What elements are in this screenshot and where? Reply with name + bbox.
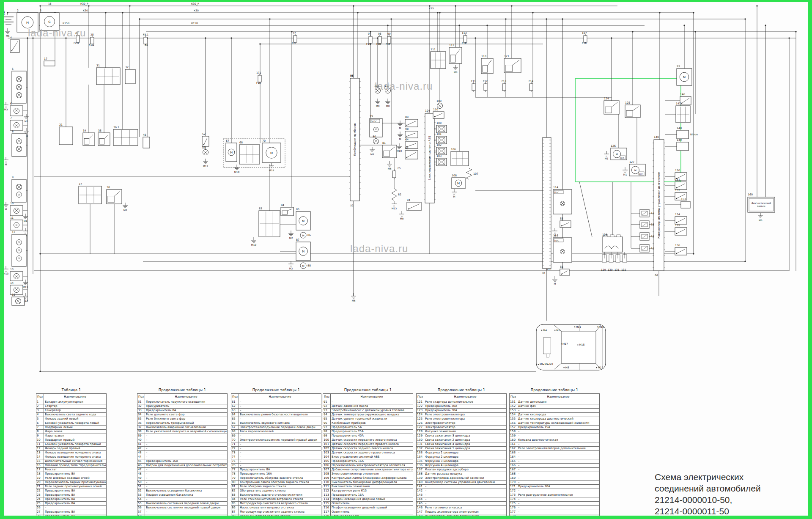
- component-156: 156: [665, 244, 687, 255]
- row-pos: 160: [510, 438, 517, 442]
- row-pos: 157: [510, 426, 517, 430]
- row-pos: 3: [36, 409, 44, 413]
- row-name: Реле электровентилятора: [424, 413, 507, 417]
- wire-label: 97: [368, 32, 371, 35]
- row-pos: 83: [231, 493, 239, 497]
- table-row: 47–: [137, 468, 228, 472]
- table-row: 135Форсунка 3 цилиндра: [417, 459, 507, 464]
- component-53: 53: [202, 146, 208, 155]
- row-pos: 76: [231, 464, 239, 468]
- svg-text:М: М: [457, 182, 460, 185]
- row-pos: 2: [36, 404, 44, 409]
- table-row: 141–: [417, 485, 507, 489]
- table-row: 139Электропривод дроссельной заслонки: [417, 476, 507, 481]
- component-81: 81: [382, 141, 397, 158]
- ground-icon: М: [398, 121, 403, 129]
- svg-text:М13: М13: [23, 286, 28, 288]
- row-name: Предохранитель 16А: [331, 493, 413, 497]
- table-row: 19Реле дневных ходовых огней: [36, 476, 107, 481]
- row-pos: 172: [510, 489, 517, 493]
- row-pos: 164: [510, 455, 517, 459]
- svg-text:83: 83: [259, 207, 262, 210]
- row-pos: 169: [510, 476, 517, 481]
- wire-label: 77: [293, 31, 296, 34]
- table-row: 137Клапан продувки адсорбера: [417, 468, 507, 472]
- svg-text:109: 109: [436, 99, 442, 102]
- component-1: +1: [4, 10, 14, 25]
- table-row: 127Электровентилятор: [417, 426, 507, 430]
- ground-icon: М2: [288, 261, 294, 270]
- row-pos: 139: [417, 476, 424, 481]
- row-pos: 103: [323, 451, 331, 455]
- row-name: Электростеклоподъемник передней левой дв…: [239, 426, 321, 430]
- svg-text:12: 12: [12, 231, 15, 233]
- row-name: Реле электровентиляторов дополнительное: [517, 447, 600, 451]
- component-9: 9: [12, 176, 27, 202]
- row-name: –: [517, 502, 600, 506]
- row-name: Предохранитель 8А: [44, 502, 107, 506]
- table-row: 155Датчик кислорода диагностический: [510, 417, 600, 421]
- svg-text:F16: F16: [366, 42, 371, 45]
- svg-text:3: 3: [40, 9, 41, 12]
- table-row: 42–: [137, 447, 228, 451]
- component-38: 38: [107, 186, 122, 204]
- svg-text:8: 8: [12, 130, 14, 133]
- col-name: Наименование: [145, 394, 228, 400]
- row-name: Блок переключателей: [239, 430, 321, 434]
- table-row: 93Электробензонасос с датчиком уровня то…: [323, 409, 413, 413]
- row-pos: 114: [323, 497, 331, 502]
- component-86: М86: [300, 232, 311, 238]
- wire-label: F19: [256, 81, 261, 84]
- svg-text:М: М: [230, 151, 233, 154]
- row-pos: 55: [137, 502, 145, 506]
- watermark: lada-niva.ru: [350, 243, 408, 255]
- table-row: 46Патрон для подключения дополнительных …: [137, 464, 228, 468]
- svg-text:2: 2: [17, 9, 19, 12]
- table-row: 159–: [510, 434, 600, 438]
- ground-icon: М10: [251, 237, 257, 246]
- row-pos: 171: [510, 485, 517, 489]
- ground-icon: М8: [453, 65, 458, 74]
- row-pos: 163: [510, 451, 517, 455]
- row-name: Датчик скорости заднего правого колеса: [331, 451, 413, 455]
- row-name: Переключатель обогрева заднего стекла: [239, 476, 321, 481]
- row-name: –: [145, 455, 228, 459]
- table-row: 157Предохранитель 15А: [510, 426, 600, 430]
- svg-text:М: М: [634, 169, 636, 172]
- row-pos: 27: [36, 510, 44, 514]
- component-134: 134: [640, 221, 656, 228]
- ground-icon: М4: [23, 214, 28, 222]
- svg-text:М1: М1: [605, 157, 609, 160]
- component-7: 7: [10, 116, 27, 130]
- row-pos: 153: [510, 409, 517, 413]
- row-pos: 118: [323, 514, 331, 516]
- svg-text:М8: М8: [388, 168, 392, 170]
- svg-text:М12: М12: [203, 165, 208, 168]
- ground-icon: М12: [203, 159, 208, 168]
- svg-text:36.1: 36.1: [113, 126, 119, 129]
- svg-text:М2: М2: [289, 267, 293, 270]
- row-name: –: [145, 438, 228, 442]
- row-name: –: [517, 510, 600, 514]
- parts-table: ПозНаименование61–62–63–64Выключатель ре…: [231, 393, 321, 516]
- row-name: Предохранитель 30А: [424, 404, 507, 409]
- wire-label: F10: [462, 41, 466, 44]
- row-pos: 176: [510, 506, 517, 510]
- row-name: Боковой указатель поворота правый: [44, 442, 107, 447]
- row-name: Форсунка 1 цилиндра: [424, 451, 507, 455]
- svg-text:М1: М1: [623, 173, 627, 176]
- svg-text:93: 93: [677, 65, 680, 68]
- row-pos: 109: [323, 476, 331, 481]
- row-pos: 50: [137, 481, 145, 485]
- table-row: 103Датчик скорости заднего правого колес…: [323, 451, 413, 455]
- ground-icon: М13: [4, 266, 8, 275]
- table-row: 58–: [137, 514, 228, 516]
- row-pos: 13: [36, 451, 44, 455]
- row-pos: 51: [137, 485, 145, 489]
- wire-label: 157: [582, 31, 587, 34]
- table-row: 20Переключатель задних противотуманных о…: [36, 481, 107, 485]
- table-row: 177–: [510, 510, 600, 514]
- row-name: Переключатель наружного освещения: [145, 400, 228, 404]
- ground-icon: М8: [370, 147, 375, 156]
- row-pos: 82: [231, 489, 239, 493]
